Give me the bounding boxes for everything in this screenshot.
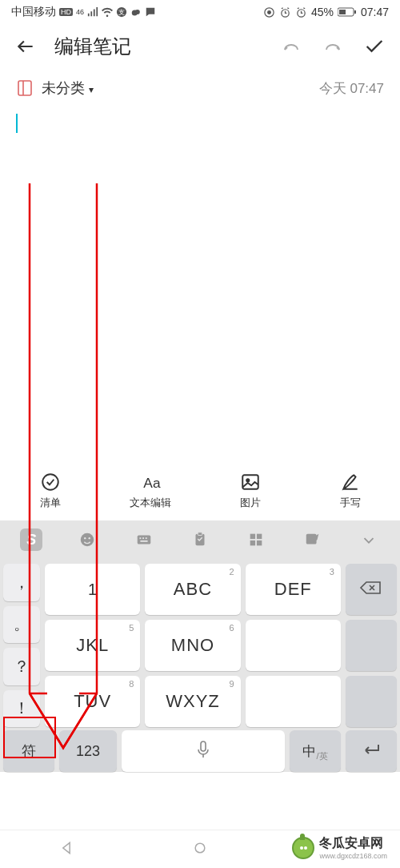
image-button[interactable]: 图片 (200, 472, 300, 510)
alipay-icon: 支 (116, 6, 127, 18)
svg-rect-20 (139, 537, 141, 539)
key-123[interactable]: 123 (59, 730, 117, 772)
svg-rect-9 (339, 10, 346, 14)
key-symbols[interactable]: 符 (3, 730, 54, 772)
edit-pen-button[interactable] (284, 531, 340, 549)
key-abc[interactable]: 2ABC (145, 564, 240, 615)
key-wxyz[interactable] (246, 676, 341, 727)
battery-icon (338, 7, 357, 17)
eye-icon (263, 6, 275, 18)
weather-icon (130, 6, 142, 18)
clipboard-button[interactable] (172, 531, 228, 549)
keyboard-switch-button[interactable] (116, 531, 172, 549)
nav-back-button[interactable] (58, 840, 74, 859)
hd-badge: HD (59, 8, 73, 16)
redo-button[interactable] (320, 34, 346, 59)
status-bar: 中国移动 HD 46 支 45% 07:47 (0, 0, 400, 24)
enter-icon (361, 742, 382, 760)
soft-keyboard-main: ， 。 ？ ！ 1 2ABC 3DEF 5JKL 6MNO 8TUV 9WXYZ (0, 559, 400, 730)
note-timestamp: 今天 07:47 (319, 79, 384, 98)
key-tuv[interactable]: 9WXYZ (145, 676, 240, 727)
clock: 07:47 (361, 6, 389, 18)
svg-point-18 (89, 537, 90, 539)
handwrite-label: 手写 (340, 496, 361, 510)
svg-rect-19 (137, 536, 150, 545)
category-row: 未分类 ▾ 今天 07:47 (0, 69, 400, 107)
svg-point-5 (268, 10, 271, 14)
svg-point-12 (42, 474, 58, 490)
key-lang-switch[interactable]: 中/英 (290, 730, 341, 772)
sogou-logo-button[interactable]: S (3, 528, 59, 551)
grid-button[interactable] (228, 531, 284, 549)
key-mno[interactable] (246, 620, 341, 671)
text-cursor (16, 114, 18, 133)
notebook-icon (16, 79, 34, 97)
text-edit-button[interactable]: Aa 文本编辑 (100, 472, 200, 510)
backspace-icon (359, 580, 383, 599)
watermark-name: 冬瓜安卓网 (319, 835, 387, 852)
key-exclaim[interactable]: ！ (3, 690, 40, 728)
key-backspace[interactable] (346, 564, 397, 615)
punctuation-column: ， 。 ？ ！ (3, 564, 40, 727)
svg-point-16 (81, 533, 94, 547)
mic-icon (195, 740, 211, 762)
key-comma[interactable]: ， (3, 564, 40, 601)
svg-rect-21 (142, 537, 144, 539)
key-question[interactable]: ？ (3, 648, 40, 685)
svg-rect-26 (250, 534, 255, 539)
note-editor[interactable] (0, 107, 400, 460)
chevron-down-icon: ▾ (89, 84, 94, 95)
svg-rect-23 (140, 540, 147, 542)
chat-icon (145, 6, 156, 18)
editor-toolbar: 清单 Aa 文本编辑 图片 手写 (0, 460, 400, 520)
svg-point-32 (195, 843, 205, 853)
checklist-label: 清单 (40, 496, 61, 510)
undo-button[interactable] (278, 34, 304, 59)
key-1[interactable]: 1 (45, 564, 140, 615)
svg-text:支: 支 (118, 9, 125, 16)
back-button[interactable] (13, 34, 38, 59)
svg-point-3 (135, 10, 140, 14)
key-space[interactable] (122, 730, 285, 772)
svg-point-36 (300, 846, 303, 850)
key-0[interactable] (346, 676, 397, 727)
wifi-icon (102, 6, 113, 18)
category-select[interactable]: 未分类 ▾ (42, 78, 94, 98)
alarm-icon (279, 6, 291, 18)
emoji-button[interactable] (59, 531, 115, 549)
battery-percent: 45% (311, 6, 334, 18)
app-header: 编辑笔记 (0, 24, 400, 69)
checklist-button[interactable]: 清单 (0, 472, 100, 510)
key-jkl[interactable]: 6MNO (145, 620, 240, 671)
text-edit-label: 文本编辑 (130, 496, 171, 510)
handwrite-button[interactable]: 手写 (300, 472, 400, 510)
alarm-icon-2 (295, 6, 307, 18)
key-retype[interactable] (346, 620, 397, 671)
svg-point-17 (84, 537, 86, 539)
collapse-keyboard-button[interactable] (341, 531, 397, 549)
carrier-label: 中国移动 (11, 5, 56, 19)
nav-home-button[interactable] (192, 840, 208, 859)
watermark-logo-icon (292, 837, 314, 859)
svg-rect-31 (201, 741, 206, 751)
svg-rect-28 (250, 540, 255, 545)
svg-rect-10 (354, 10, 356, 14)
key-pqrs[interactable]: 8TUV (45, 676, 140, 727)
svg-rect-29 (257, 540, 262, 545)
svg-rect-22 (146, 537, 147, 539)
svg-rect-11 (18, 81, 31, 95)
keyboard-bottom-row: 符 123 中/英 (0, 730, 400, 772)
key-ghi[interactable]: 5JKL (45, 620, 140, 671)
key-enter[interactable] (346, 730, 397, 772)
signal-icon (87, 6, 98, 18)
confirm-button[interactable] (362, 34, 387, 59)
key-def[interactable]: 3DEF (246, 564, 341, 615)
image-label: 图片 (240, 496, 261, 510)
svg-rect-25 (198, 532, 202, 536)
svg-point-37 (304, 846, 307, 850)
watermark: 冬瓜安卓网 www.dgxcdz168.com (286, 832, 394, 863)
svg-text:Aa: Aa (143, 474, 161, 490)
key-period[interactable]: 。 (3, 606, 40, 644)
category-label: 未分类 (42, 80, 85, 96)
page-title: 编辑笔记 (54, 34, 262, 59)
